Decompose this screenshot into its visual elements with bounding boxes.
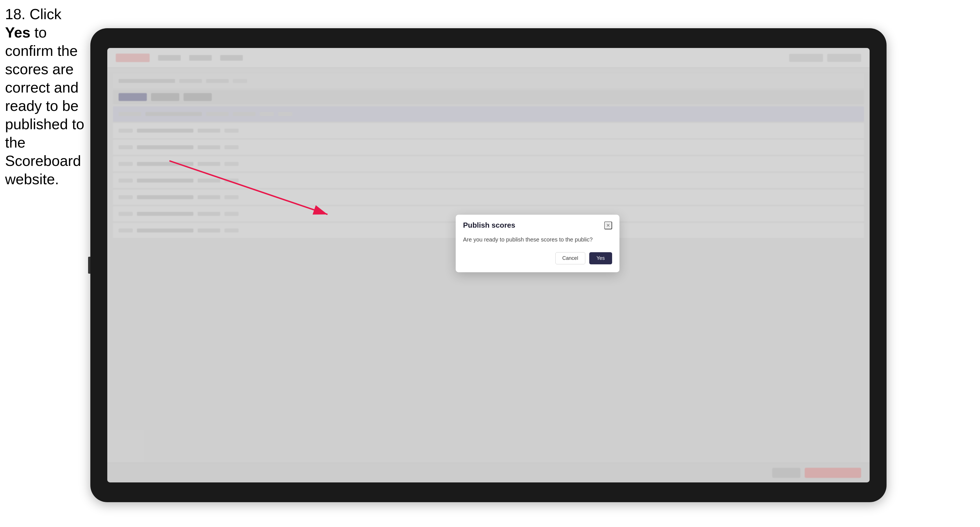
dialog-header: Publish scores × [456, 215, 619, 234]
dialog-close-button[interactable]: × [604, 221, 612, 229]
yes-button[interactable]: Yes [589, 252, 612, 264]
dialog-actions: Cancel Yes [463, 252, 612, 264]
dialog-title: Publish scores [463, 221, 515, 230]
tablet-side-button [88, 257, 90, 274]
step-number: 18. Click [5, 6, 61, 22]
publish-scores-dialog: Publish scores × Are you ready to publis… [456, 215, 619, 272]
dialog-message: Are you ready to publish these scores to… [463, 235, 612, 244]
dialog-body: Are you ready to publish these scores to… [456, 234, 619, 272]
instruction-body: to confirm the scores are correct and re… [5, 24, 84, 187]
tablet-device: Publish scores × Are you ready to publis… [90, 28, 886, 502]
instruction-text: 18. Click Yes to confirm the scores are … [5, 5, 87, 189]
tablet-screen: Publish scores × Are you ready to publis… [107, 48, 870, 483]
yes-emphasis: Yes [5, 24, 30, 41]
cancel-button[interactable]: Cancel [555, 252, 585, 264]
